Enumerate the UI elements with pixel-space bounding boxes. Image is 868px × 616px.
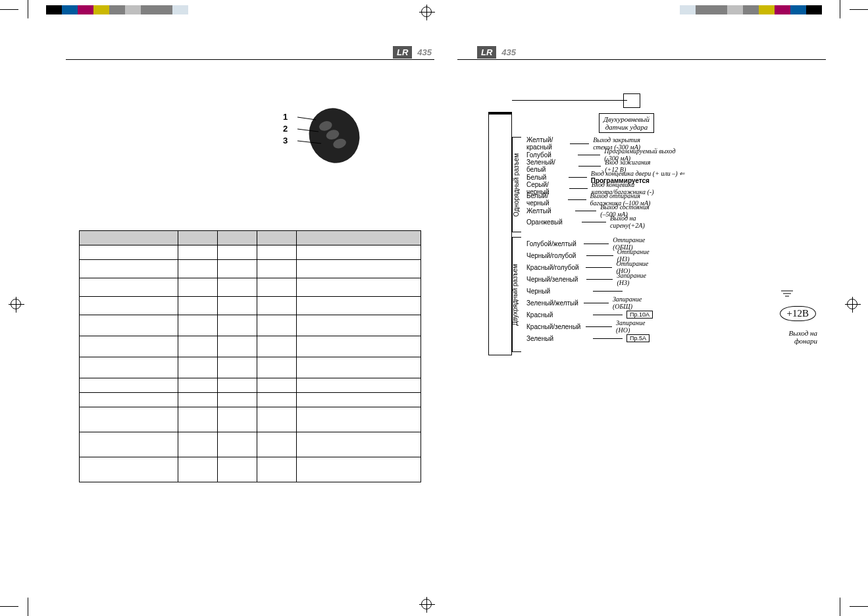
remote-btn-1: 1 xyxy=(283,112,288,124)
wire-line-icon xyxy=(586,255,613,256)
crop-mark xyxy=(850,606,868,607)
header-rule xyxy=(457,59,826,60)
fuse-label: Пр.10А xyxy=(626,311,653,319)
table-cell xyxy=(297,336,421,357)
table-cell xyxy=(80,278,178,297)
table-cell xyxy=(297,297,421,315)
product-prefix: LR xyxy=(393,46,412,59)
table-cell xyxy=(297,457,421,482)
table-cell xyxy=(178,297,218,315)
table-row xyxy=(80,378,421,393)
table-cell xyxy=(257,260,297,278)
table-cell xyxy=(218,432,257,457)
wire-description: Запирание (ОБЩ) xyxy=(613,295,655,310)
wire-color: Черный xyxy=(526,288,589,295)
wire-line-icon xyxy=(582,222,606,222)
product-model: 435 xyxy=(415,46,434,59)
wire-color: Желтый/красный xyxy=(526,136,566,151)
table-row xyxy=(80,357,421,378)
wire-color: Желтый xyxy=(526,207,571,215)
table-cell xyxy=(257,278,297,297)
table-cell xyxy=(257,336,297,357)
table-cell xyxy=(80,357,178,378)
right-page: LR 435 Двухуровневый датчик удара Одноря… xyxy=(457,39,826,566)
registration-target-icon xyxy=(421,599,432,609)
wire-color: Оранжевый xyxy=(526,218,578,226)
table-cell xyxy=(80,297,178,315)
table-cell xyxy=(218,260,257,278)
sensor-line2: датчик удара xyxy=(605,123,648,131)
svg-line-4 xyxy=(297,117,316,120)
table-header xyxy=(257,231,297,245)
table-cell xyxy=(80,432,178,457)
table-cell xyxy=(178,407,218,432)
wire-line-icon xyxy=(586,279,613,280)
crop-mark xyxy=(28,0,28,18)
wire-line-icon xyxy=(578,155,600,155)
wire-row: Черный/зеленыйЗапирание (НЗ) xyxy=(526,274,655,284)
crop-mark xyxy=(28,598,28,616)
table-cell xyxy=(80,457,178,482)
table-cell xyxy=(178,278,218,297)
wire-color: Зеленый/белый xyxy=(526,159,574,173)
wire-color: Белый xyxy=(526,174,565,181)
crop-mark xyxy=(850,9,868,10)
registration-target-icon xyxy=(847,299,857,309)
color-bar xyxy=(46,5,188,14)
table-row xyxy=(80,260,421,278)
table-cell xyxy=(297,315,421,336)
wire-row: Красный/голубойОтпирание (НО) xyxy=(526,262,659,272)
table-cell xyxy=(218,278,257,297)
shock-sensor-box: Двухуровневый датчик удара xyxy=(599,113,654,133)
table-row xyxy=(80,336,421,357)
wire-description: Запирание (НО) xyxy=(616,319,655,334)
wire-line-icon xyxy=(593,338,623,339)
wire-line-icon xyxy=(586,267,612,268)
table-cell xyxy=(80,245,178,260)
wire-line-icon xyxy=(568,199,586,200)
table-cell xyxy=(80,336,178,357)
wire-description: Выход на сирену(+2A) xyxy=(610,215,661,229)
table-cell xyxy=(178,260,218,278)
main-unit-icon xyxy=(488,112,512,355)
table-cell xyxy=(178,457,218,482)
table-cell xyxy=(178,393,218,407)
table-row xyxy=(80,407,421,432)
remote-fob-icon xyxy=(296,105,369,168)
wire-color: Зеленый/желтый xyxy=(526,299,580,307)
wire-color: Красный/голубой xyxy=(526,264,582,271)
fuse-label: Пр.5А xyxy=(626,334,650,342)
table-row xyxy=(80,245,421,260)
wire-color: Черный/голубой xyxy=(526,252,582,259)
crop-mark xyxy=(0,606,18,607)
wire-color: Красный xyxy=(526,311,589,319)
remote-btn-2: 2 xyxy=(283,124,288,136)
color-bar xyxy=(680,5,822,14)
sensor-line1: Двухуровневый xyxy=(603,115,650,123)
product-badge: LR 435 xyxy=(393,46,434,59)
wire-row: Зеленый/желтыйЗапирание (ОБЩ) xyxy=(526,297,655,308)
ground-icon xyxy=(781,290,793,303)
wire-row: Черный/голубойОтпирание (НЗ) xyxy=(526,250,659,261)
table-cell xyxy=(178,432,218,457)
table-cell xyxy=(297,260,421,278)
sensor-wire xyxy=(512,100,627,101)
crop-mark xyxy=(0,9,18,10)
wire-line-icon xyxy=(584,303,609,303)
table-cell xyxy=(80,393,178,407)
table-cell xyxy=(257,393,297,407)
table-cell xyxy=(257,245,297,260)
bracket-icon xyxy=(512,237,521,352)
table-cell xyxy=(80,315,178,336)
table-cell xyxy=(257,315,297,336)
crop-mark xyxy=(840,0,840,18)
bracket-icon xyxy=(512,137,521,232)
table-cell xyxy=(218,357,257,378)
table-cell xyxy=(218,378,257,393)
table-header xyxy=(297,231,421,245)
table-cell xyxy=(218,315,257,336)
wire-line-icon xyxy=(575,211,596,211)
table-cell xyxy=(257,357,297,378)
wire-line-icon xyxy=(569,177,587,178)
table-cell xyxy=(218,407,257,432)
